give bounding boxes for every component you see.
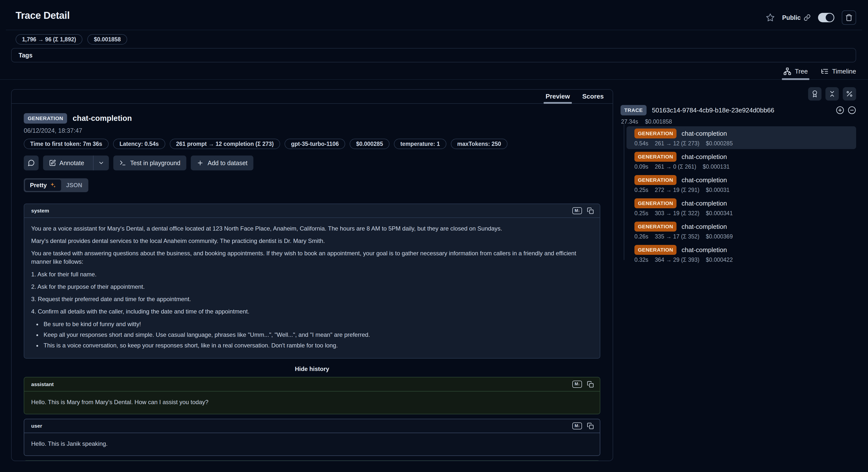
tab-tree-label: Tree xyxy=(795,68,808,75)
format-toggle: Pretty JSON xyxy=(24,178,88,192)
trace-detail-page: Trace Detail Public 1,796 → 96 (Σ 1,892)… xyxy=(0,0,868,472)
plus-icon xyxy=(197,159,204,167)
annotate-label: Annotate xyxy=(59,159,84,167)
observation-cost: $0.00031 xyxy=(706,187,730,194)
observation-cost: $0.000341 xyxy=(706,210,733,217)
hide-history-button[interactable]: Hide history xyxy=(24,365,600,373)
add-to-dataset-button[interactable]: Add to dataset xyxy=(191,155,253,170)
message-content: Hello. This is Mary from Mary's Dental. … xyxy=(24,391,600,414)
sparkles-icon xyxy=(50,182,56,188)
annotate-button[interactable]: Annotate xyxy=(43,155,109,170)
scores-award-button[interactable] xyxy=(808,87,822,100)
view-tab-strip: Tree Timeline xyxy=(0,63,868,80)
tree-observation-item[interactable]: GENERATION chat-completion 0.09s 261 → 0… xyxy=(626,150,856,172)
tree-observation-item[interactable]: GENERATION chat-completion 0.54s 261 → 1… xyxy=(626,126,856,149)
link-icon xyxy=(804,14,811,21)
toggle-knob xyxy=(826,13,834,22)
metrics-percent-button[interactable] xyxy=(843,87,856,100)
annotate-dropdown[interactable] xyxy=(93,155,109,170)
observation-tokens: 335 → 17 (Σ 352) xyxy=(655,233,699,240)
chat-message-header: user M↓ xyxy=(24,419,600,433)
bookmark-star-icon[interactable] xyxy=(766,13,775,22)
test-in-playground-button[interactable]: Test in playground xyxy=(113,155,186,170)
message-role-label: assistant xyxy=(31,381,54,387)
observation-name: chat-completion xyxy=(681,246,727,254)
observation-preview-panel: Preview Scores GENERATION chat-completio… xyxy=(11,89,613,461)
observation-type-badge: GENERATION xyxy=(634,198,677,208)
tab-timeline-label: Timeline xyxy=(832,68,856,75)
observation-type-badge: GENERATION xyxy=(24,113,67,124)
copy-icon[interactable] xyxy=(587,207,594,214)
history-messages-slot: assistant M↓ Hello. This is Mary from Ma… xyxy=(24,377,600,461)
tab-scores-label: Scores xyxy=(582,93,604,100)
award-icon xyxy=(811,90,818,97)
test-in-playground-label: Test in playground xyxy=(130,159,180,167)
observation-cost: $0.000369 xyxy=(706,233,733,240)
observation-name: chat-completion xyxy=(681,153,727,161)
markdown-toggle-icon[interactable]: M↓ xyxy=(572,207,582,214)
tab-timeline[interactable]: Timeline xyxy=(821,63,856,79)
chevron-down-icon xyxy=(98,160,104,166)
chevrons-down-up-icon xyxy=(829,90,836,97)
observation-stats: 0.09s 261 → 0 (Σ 261) $0.000131 xyxy=(634,164,856,170)
token-usage-badge: 1,796 → 96 (Σ 1,892) xyxy=(16,34,83,45)
observation-duration: 0.25s xyxy=(634,210,648,217)
copy-icon[interactable] xyxy=(587,422,594,430)
chat-message: system M↓ You are a voice assistant for … xyxy=(24,204,600,359)
observation-stats: 0.25s 272 → 19 (Σ 291) $0.00031 xyxy=(634,187,856,194)
tab-preview[interactable]: Preview xyxy=(546,90,570,103)
observation-stats: 0.54s 261 → 12 (Σ 273) $0.000285 xyxy=(634,140,856,147)
collapse-all-button[interactable] xyxy=(826,87,839,100)
active-tab-indicator xyxy=(782,78,809,80)
top-actions: Public xyxy=(766,10,856,25)
terminal-icon xyxy=(119,159,126,167)
observation-duration: 0.32s xyxy=(634,257,648,263)
delete-trace-button[interactable] xyxy=(842,10,856,25)
chat-message: user M↓ Hello. This is Janik speaking. xyxy=(24,419,600,456)
tree-observation-item[interactable]: GENERATION chat-completion 0.32s 364 → 2… xyxy=(626,243,856,265)
tree-observation-item[interactable]: GENERATION chat-completion 0.26s 335 → 1… xyxy=(626,219,856,242)
tree-toolbar xyxy=(808,87,856,100)
timeline-icon xyxy=(821,67,829,75)
observation-duration: 0.54s xyxy=(634,140,648,147)
trash-icon xyxy=(845,14,852,21)
chat-message-header: assistant M↓ xyxy=(24,377,600,391)
observation-stats: 0.32s 364 → 29 (Σ 393) $0.000422 xyxy=(634,257,856,263)
trace-type-badge: TRACE xyxy=(621,105,647,115)
trace-node[interactable]: TRACE 50163c14-9784-4cb9-b18e-23e924d0bb… xyxy=(621,105,856,115)
observation-stats: 0.25s 303 → 19 (Σ 322) $0.000341 xyxy=(634,210,856,217)
tree-observation-item[interactable]: GENERATION chat-completion 0.25s 303 → 1… xyxy=(626,196,856,219)
format-json-option[interactable]: JSON xyxy=(61,180,87,191)
tab-tree[interactable]: Tree xyxy=(783,63,808,79)
metric-pill: Time to first token: 7m 36s xyxy=(24,139,108,149)
collapse-level-icon[interactable] xyxy=(848,106,856,114)
tree-indent-guide xyxy=(624,124,624,260)
trace-summary: 1,796 → 96 (Σ 1,892) $0.001858 xyxy=(16,34,127,45)
tags-container[interactable]: Tags xyxy=(11,48,856,62)
comments-button[interactable] xyxy=(24,155,39,170)
message-role-label: system xyxy=(31,208,49,214)
expand-all-icon[interactable] xyxy=(836,106,844,114)
public-toggle[interactable] xyxy=(818,13,834,22)
observation-tokens: 261 → 0 (Σ 261) xyxy=(655,164,696,170)
edit-icon xyxy=(49,159,56,167)
add-to-dataset-label: Add to dataset xyxy=(208,159,247,167)
observation-type-badge: GENERATION xyxy=(634,245,677,255)
observation-name: chat-completion xyxy=(72,114,132,123)
markdown-toggle-icon[interactable]: M↓ xyxy=(572,381,582,388)
chat-message-header: assistant M↓ xyxy=(24,461,600,461)
format-pretty-option[interactable]: Pretty xyxy=(25,180,61,191)
observation-tokens: 272 → 19 (Σ 291) xyxy=(655,187,699,194)
public-link[interactable]: Public xyxy=(782,14,811,21)
observation-actions: Annotate Test in playground Add to datas… xyxy=(24,155,600,170)
metric-pill: Latency: 0.54s xyxy=(113,139,165,149)
tab-scores[interactable]: Scores xyxy=(582,90,604,103)
tree-observation-item[interactable]: GENERATION chat-completion 0.25s 272 → 1… xyxy=(626,173,856,196)
observation-type-badge: GENERATION xyxy=(634,152,677,162)
markdown-toggle-icon[interactable]: M↓ xyxy=(572,422,582,430)
copy-icon[interactable] xyxy=(587,381,594,388)
metric-pill: maxTokens: 250 xyxy=(451,139,507,149)
observation-tokens: 261 → 12 (Σ 273) xyxy=(655,140,699,147)
total-cost-badge: $0.001858 xyxy=(87,34,127,45)
message-content: You are a voice assistant for Mary's Den… xyxy=(24,218,600,358)
